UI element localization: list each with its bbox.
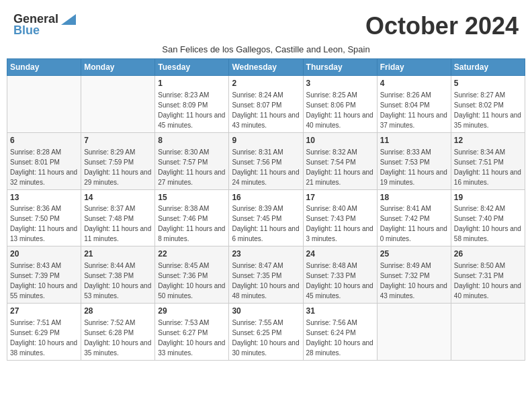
day-info: Sunrise: 8:26 AM Sunset: 8:04 PM Dayligh…	[380, 90, 448, 130]
day-number: 14	[84, 192, 152, 203]
day-number: 5	[454, 78, 522, 89]
day-number: 18	[380, 192, 448, 203]
day-info: Sunrise: 8:42 AM Sunset: 7:40 PM Dayligh…	[454, 203, 522, 244]
day-header-sunday: Sunday	[7, 59, 81, 76]
calendar-cell: 31Sunrise: 7:56 AM Sunset: 6:24 PM Dayli…	[303, 304, 377, 361]
day-number: 9	[232, 135, 300, 146]
calendar-cell	[7, 76, 81, 133]
calendar-cell: 24Sunrise: 8:48 AM Sunset: 7:33 PM Dayli…	[303, 246, 377, 304]
calendar-cell: 22Sunrise: 8:45 AM Sunset: 7:36 PM Dayli…	[155, 246, 229, 304]
day-number: 22	[158, 248, 226, 260]
day-info: Sunrise: 8:27 AM Sunset: 8:02 PM Dayligh…	[454, 90, 522, 130]
day-number: 25	[380, 248, 448, 260]
day-number: 30	[232, 306, 300, 317]
day-info: Sunrise: 8:45 AM Sunset: 7:36 PM Dayligh…	[158, 261, 226, 301]
logo-blue-text: Blue	[13, 24, 40, 38]
day-number: 7	[84, 135, 152, 146]
page-header: General Blue October 2024	[7, 7, 525, 43]
calendar-cell: 27Sunrise: 7:51 AM Sunset: 6:29 PM Dayli…	[7, 304, 81, 361]
calendar-cell: 1Sunrise: 8:23 AM Sunset: 8:09 PM Daylig…	[155, 76, 229, 133]
day-number: 19	[454, 192, 522, 203]
calendar-week-row: 6Sunrise: 8:28 AM Sunset: 8:01 PM Daylig…	[7, 132, 525, 189]
day-info: Sunrise: 7:51 AM Sunset: 6:29 PM Dayligh…	[10, 318, 78, 358]
calendar-week-row: 20Sunrise: 8:43 AM Sunset: 7:39 PM Dayli…	[7, 246, 525, 304]
day-number: 31	[306, 306, 374, 317]
calendar-cell: 14Sunrise: 8:37 AM Sunset: 7:48 PM Dayli…	[81, 189, 155, 246]
calendar-table: SundayMondayTuesdayWednesdayThursdayFrid…	[7, 58, 525, 361]
day-info: Sunrise: 8:32 AM Sunset: 7:54 PM Dayligh…	[306, 147, 374, 187]
calendar-cell: 26Sunrise: 8:50 AM Sunset: 7:31 PM Dayli…	[451, 246, 525, 304]
day-number: 13	[10, 192, 78, 203]
day-number: 24	[306, 248, 374, 260]
day-number: 21	[84, 248, 152, 260]
day-header-monday: Monday	[81, 59, 155, 76]
day-number: 1	[158, 78, 226, 89]
day-info: Sunrise: 8:33 AM Sunset: 7:53 PM Dayligh…	[380, 147, 448, 187]
logo-icon	[61, 14, 76, 25]
calendar-cell: 12Sunrise: 8:34 AM Sunset: 7:51 PM Dayli…	[451, 132, 525, 189]
day-number: 15	[158, 192, 226, 203]
day-info: Sunrise: 8:41 AM Sunset: 7:42 PM Dayligh…	[380, 203, 448, 244]
day-info: Sunrise: 7:53 AM Sunset: 6:27 PM Dayligh…	[158, 318, 226, 358]
calendar-cell: 16Sunrise: 8:39 AM Sunset: 7:45 PM Dayli…	[229, 189, 303, 246]
calendar-cell: 19Sunrise: 8:42 AM Sunset: 7:40 PM Dayli…	[451, 189, 525, 246]
day-number: 11	[380, 135, 448, 146]
calendar-cell: 25Sunrise: 8:49 AM Sunset: 7:32 PM Dayli…	[377, 246, 451, 304]
day-number: 12	[454, 135, 522, 146]
day-info: Sunrise: 8:31 AM Sunset: 7:56 PM Dayligh…	[232, 147, 300, 187]
calendar-week-row: 1Sunrise: 8:23 AM Sunset: 8:09 PM Daylig…	[7, 76, 525, 133]
calendar-cell: 28Sunrise: 7:52 AM Sunset: 6:28 PM Dayli…	[81, 304, 155, 361]
calendar-cell: 18Sunrise: 8:41 AM Sunset: 7:42 PM Dayli…	[377, 189, 451, 246]
day-header-thursday: Thursday	[303, 59, 377, 76]
day-info: Sunrise: 8:24 AM Sunset: 8:07 PM Dayligh…	[232, 90, 300, 130]
day-info: Sunrise: 8:36 AM Sunset: 7:50 PM Dayligh…	[10, 203, 78, 244]
day-info: Sunrise: 7:56 AM Sunset: 6:24 PM Dayligh…	[306, 318, 374, 358]
day-number: 2	[232, 78, 300, 89]
calendar-cell: 29Sunrise: 7:53 AM Sunset: 6:27 PM Dayli…	[155, 304, 229, 361]
day-info: Sunrise: 8:48 AM Sunset: 7:33 PM Dayligh…	[306, 261, 374, 301]
calendar-cell	[81, 76, 155, 133]
day-info: Sunrise: 8:37 AM Sunset: 7:48 PM Dayligh…	[84, 203, 152, 244]
calendar-cell: 15Sunrise: 8:38 AM Sunset: 7:46 PM Dayli…	[155, 189, 229, 246]
calendar-cell: 3Sunrise: 8:25 AM Sunset: 8:06 PM Daylig…	[303, 76, 377, 133]
day-info: Sunrise: 8:25 AM Sunset: 8:06 PM Dayligh…	[306, 90, 374, 130]
day-number: 28	[84, 306, 152, 317]
day-info: Sunrise: 8:44 AM Sunset: 7:38 PM Dayligh…	[84, 261, 152, 301]
day-info: Sunrise: 7:55 AM Sunset: 6:25 PM Dayligh…	[232, 318, 300, 358]
calendar-cell: 30Sunrise: 7:55 AM Sunset: 6:25 PM Dayli…	[229, 304, 303, 361]
calendar-cell: 7Sunrise: 8:29 AM Sunset: 7:59 PM Daylig…	[81, 132, 155, 189]
calendar-cell: 13Sunrise: 8:36 AM Sunset: 7:50 PM Dayli…	[7, 189, 81, 246]
calendar-cell	[377, 304, 451, 361]
logo: General Blue	[13, 12, 76, 38]
calendar-week-row: 27Sunrise: 7:51 AM Sunset: 6:29 PM Dayli…	[7, 304, 525, 361]
calendar-cell: 20Sunrise: 8:43 AM Sunset: 7:39 PM Dayli…	[7, 246, 81, 304]
day-info: Sunrise: 8:30 AM Sunset: 7:57 PM Dayligh…	[158, 147, 226, 187]
day-number: 29	[158, 306, 226, 317]
day-info: Sunrise: 8:23 AM Sunset: 8:09 PM Dayligh…	[158, 90, 226, 130]
calendar-cell: 21Sunrise: 8:44 AM Sunset: 7:38 PM Dayli…	[81, 246, 155, 304]
day-info: Sunrise: 7:52 AM Sunset: 6:28 PM Dayligh…	[84, 318, 152, 358]
day-info: Sunrise: 8:39 AM Sunset: 7:45 PM Dayligh…	[232, 203, 300, 244]
day-header-wednesday: Wednesday	[229, 59, 303, 76]
day-info: Sunrise: 8:29 AM Sunset: 7:59 PM Dayligh…	[84, 147, 152, 187]
subtitle: San Felices de los Gallegos, Castille an…	[7, 44, 525, 54]
calendar-cell: 2Sunrise: 8:24 AM Sunset: 8:07 PM Daylig…	[229, 76, 303, 133]
day-number: 16	[232, 192, 300, 203]
calendar-cell: 9Sunrise: 8:31 AM Sunset: 7:56 PM Daylig…	[229, 132, 303, 189]
day-number: 27	[10, 306, 78, 317]
day-info: Sunrise: 8:34 AM Sunset: 7:51 PM Dayligh…	[454, 147, 522, 187]
day-info: Sunrise: 8:43 AM Sunset: 7:39 PM Dayligh…	[10, 261, 78, 301]
month-title: October 2024	[365, 12, 519, 40]
day-info: Sunrise: 8:40 AM Sunset: 7:43 PM Dayligh…	[306, 203, 374, 244]
calendar-week-row: 13Sunrise: 8:36 AM Sunset: 7:50 PM Dayli…	[7, 189, 525, 246]
calendar-cell: 10Sunrise: 8:32 AM Sunset: 7:54 PM Dayli…	[303, 132, 377, 189]
day-header-friday: Friday	[377, 59, 451, 76]
day-number: 17	[306, 192, 374, 203]
calendar-cell: 23Sunrise: 8:47 AM Sunset: 7:35 PM Dayli…	[229, 246, 303, 304]
calendar-cell: 4Sunrise: 8:26 AM Sunset: 8:04 PM Daylig…	[377, 76, 451, 133]
calendar-cell	[451, 304, 525, 361]
day-number: 3	[306, 78, 374, 89]
calendar-header-row: SundayMondayTuesdayWednesdayThursdayFrid…	[7, 59, 525, 76]
calendar-cell: 6Sunrise: 8:28 AM Sunset: 8:01 PM Daylig…	[7, 132, 81, 189]
calendar-cell: 5Sunrise: 8:27 AM Sunset: 8:02 PM Daylig…	[451, 76, 525, 133]
